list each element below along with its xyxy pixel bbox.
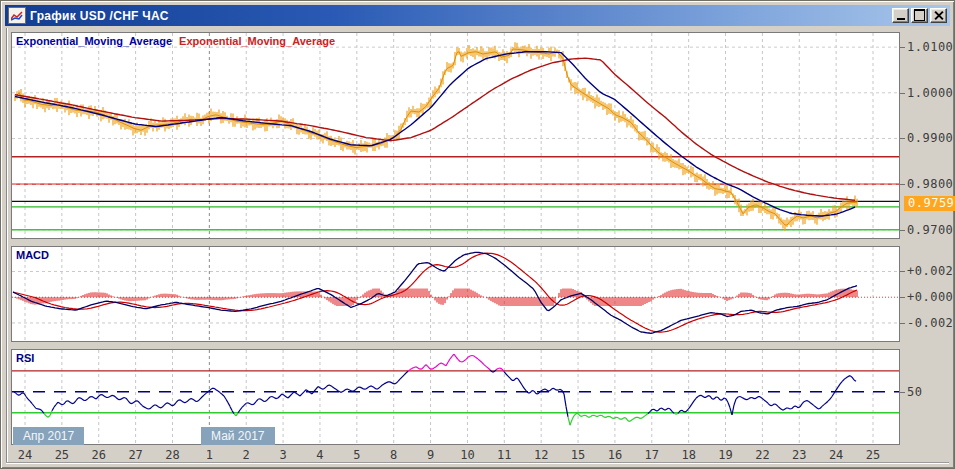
time-axis-label: 11	[491, 448, 517, 462]
time-axis-label: 27	[123, 448, 149, 462]
price-axis-label: 0.9900	[907, 131, 953, 145]
close-button[interactable]	[930, 8, 947, 23]
axis-tick-mark	[900, 323, 905, 324]
macd-signal-line	[13, 253, 857, 332]
ema-fast-label: Exponential_Moving_Average	[16, 35, 172, 47]
time-axis-label: 10	[454, 448, 480, 462]
month-label: Апр 2017	[13, 427, 84, 445]
time-axis-label: 28	[159, 448, 185, 462]
price-axis-label: 0.9700	[907, 223, 953, 237]
time-axis-label: 8	[381, 448, 407, 462]
time-axis-label: 3	[270, 448, 296, 462]
axis-tick-mark	[900, 138, 905, 139]
time-axis-label: 4	[307, 448, 333, 462]
macd-axis-label: -0.002	[907, 316, 953, 330]
titlebar[interactable]: График USD /CHF ЧАС	[5, 5, 950, 26]
price-line	[15, 49, 857, 225]
price-axis-label: 0.9800	[907, 177, 953, 191]
time-axis-label: 25	[49, 448, 75, 462]
axis-tick-mark	[900, 230, 905, 231]
axis-tick-mark	[900, 271, 905, 272]
time-axis-label: 24	[823, 448, 849, 462]
time-axis-label: 23	[786, 448, 812, 462]
axis-tick-mark	[900, 392, 905, 393]
time-axis-label: 1	[196, 448, 222, 462]
macd-canvas	[12, 247, 899, 341]
macd-axis-label: +0.000	[907, 290, 953, 304]
time-axis-label: 17	[639, 448, 665, 462]
time-axis-label: 2	[233, 448, 259, 462]
macd-histogram	[13, 289, 857, 307]
time-axis-label: 22	[749, 448, 775, 462]
chart-window: График USD /CHF ЧАС Exponential_Moving_A…	[0, 0, 955, 469]
minimize-icon	[897, 18, 905, 20]
axis-tick-mark	[900, 93, 905, 94]
rsi-canvas	[12, 350, 899, 444]
axis-tick-mark	[900, 297, 905, 298]
current-price-badge: 0.9759	[904, 196, 955, 211]
time-axis-label: 19	[713, 448, 739, 462]
minimize-button[interactable]	[892, 8, 909, 23]
indicator-labels-row: Exponential_Moving_AverageExponential_Mo…	[16, 35, 335, 47]
price-axis-label: 1.0000	[907, 86, 953, 100]
time-axis-label: 12	[528, 448, 554, 462]
window-controls	[892, 8, 947, 23]
price-chart-canvas	[12, 33, 899, 238]
time-axis-label: 16	[602, 448, 628, 462]
window-title: График USD /CHF ЧАС	[30, 9, 169, 23]
price-axis-label: 1.0100	[907, 40, 953, 54]
macd-axis-label: +0.002	[907, 264, 953, 278]
client-bottom-edge	[6, 462, 949, 463]
time-axis-label: 25	[860, 448, 886, 462]
time-axis-label: 5	[344, 448, 370, 462]
time-axis-label: 9	[418, 448, 444, 462]
axis-tick-mark	[900, 184, 905, 185]
month-label: Май 2017	[201, 427, 275, 445]
rsi-line	[14, 354, 856, 425]
time-axis-label: 15	[565, 448, 591, 462]
maximize-button[interactable]	[911, 8, 928, 23]
macd-label: MACD	[16, 249, 49, 261]
ema-slow-label: Exponential_Moving_Average	[179, 35, 335, 47]
rsi-label: RSI	[16, 352, 34, 364]
macd-panel[interactable]: MACD	[11, 246, 900, 342]
maximize-icon	[914, 9, 925, 21]
client-left-edge	[6, 28, 7, 462]
time-axis-label: 24	[12, 448, 38, 462]
chart-icon	[8, 7, 26, 24]
close-icon	[933, 10, 944, 21]
time-axis-label: 26	[86, 448, 112, 462]
axis-tick-mark	[900, 47, 905, 48]
rsi-panel[interactable]: RSI	[11, 349, 900, 445]
price-chart-panel[interactable]: Exponential_Moving_AverageExponential_Mo…	[11, 32, 900, 239]
time-axis-label: 18	[676, 448, 702, 462]
rsi-axis-label: 50	[907, 385, 922, 399]
price-candles	[15, 42, 857, 231]
